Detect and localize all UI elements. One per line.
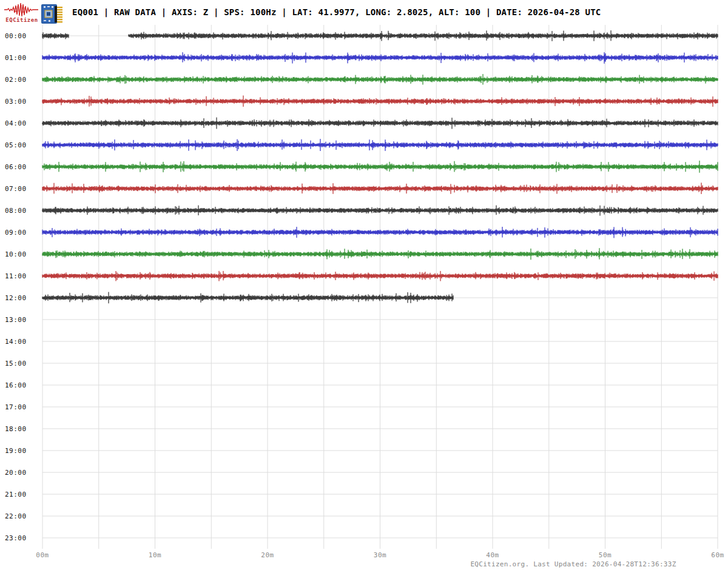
hour-label-0800: 08:00 — [5, 207, 32, 215]
footer-status-text: EQCitizen.org. Last Updated: 2026-04-28T… — [470, 560, 676, 568]
seismic-trace-1200 — [42, 292, 453, 304]
hour-label-1900: 19:00 — [5, 447, 32, 455]
hour-label-0200: 02:00 — [5, 76, 32, 84]
hour-label-1400: 14:00 — [5, 338, 32, 346]
hour-label-1600: 16:00 — [5, 381, 32, 389]
x-tick-label-30m: 30m — [374, 551, 386, 559]
x-tick-label-20m: 20m — [261, 551, 274, 559]
hour-label-0400: 04:00 — [5, 119, 32, 127]
x-tick-label-60m: 60m — [711, 551, 724, 559]
hour-label-0100: 01:00 — [5, 54, 32, 62]
hour-label-0500: 05:00 — [5, 141, 32, 149]
x-tick-label-40m: 40m — [486, 551, 499, 559]
hour-label-1100: 11:00 — [5, 272, 32, 280]
hour-label-0700: 07:00 — [5, 185, 32, 193]
hour-label-1300: 13:00 — [5, 316, 32, 324]
hour-label-1700: 17:00 — [5, 403, 32, 411]
hour-label-2100: 21:00 — [5, 491, 32, 498]
hour-label-0600: 06:00 — [5, 163, 32, 171]
hour-label-1000: 10:00 — [5, 250, 32, 258]
hour-label-2000: 20:00 — [5, 469, 32, 477]
x-tick-label-50m: 50m — [599, 551, 612, 559]
hour-label-1200: 12:00 — [5, 294, 32, 302]
hour-label-0000: 00:00 — [5, 32, 32, 40]
hour-label-1800: 18:00 — [5, 425, 32, 433]
x-tick-label-10m: 10m — [149, 551, 161, 559]
hour-label-1500: 15:00 — [5, 360, 32, 367]
hour-label-2200: 22:00 — [5, 512, 32, 520]
hour-label-2300: 23:00 — [5, 534, 32, 542]
hour-label-0300: 03:00 — [5, 98, 32, 106]
hour-label-0900: 09:00 — [5, 229, 32, 236]
helicorder-plot — [0, 0, 728, 570]
x-tick-label-00m: 00m — [36, 551, 49, 559]
